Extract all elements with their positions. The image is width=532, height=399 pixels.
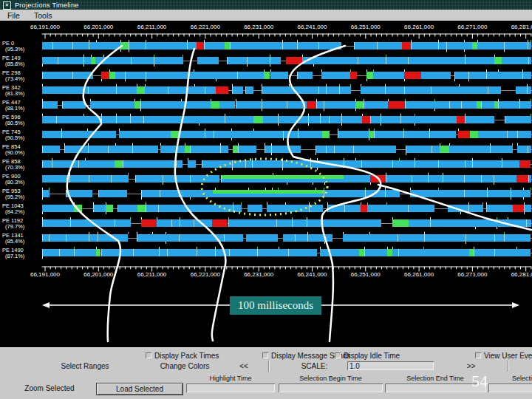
highlight-time-input[interactable] — [186, 383, 275, 392]
pack-times-checkbox[interactable] — [146, 352, 151, 358]
event-tick — [313, 64, 314, 66]
load-selected-button[interactable]: Load Selected — [96, 383, 183, 395]
timeline-segment — [490, 146, 513, 153]
pe-utilization: (87.1%) — [5, 253, 24, 259]
timeline-segment — [408, 205, 434, 212]
row-track[interactable] — [42, 57, 532, 64]
row-track[interactable] — [42, 131, 532, 138]
scale-input[interactable] — [347, 361, 434, 370]
event-tick — [106, 202, 106, 205]
checkbox-display-pack-times[interactable]: Display Pack Times — [146, 351, 219, 360]
timeline-segment — [362, 116, 370, 123]
event-tick — [220, 143, 221, 146]
timeline-segment — [340, 190, 365, 197]
timeline-segment — [130, 116, 144, 123]
timeline-segment — [146, 205, 160, 212]
event-tick — [504, 50, 505, 52]
timeline-segment — [253, 131, 284, 138]
idle-time-checkbox[interactable] — [335, 352, 341, 358]
timeline-segment — [322, 131, 330, 138]
event-tick — [428, 173, 429, 175]
row-track[interactable] — [42, 160, 532, 168]
arrowhead-icon — [42, 302, 50, 308]
timeline-segment — [524, 205, 531, 212]
selection-begin-input[interactable] — [279, 383, 383, 392]
timeline-segment — [212, 219, 228, 227]
timeline-segment — [116, 86, 137, 94]
event-tick — [270, 69, 271, 72]
scale-label: SCALE: — [294, 361, 335, 372]
timeline-segment — [114, 249, 133, 256]
row-track[interactable] — [42, 249, 532, 256]
event-tick — [140, 109, 141, 111]
timeline-segment — [202, 160, 233, 168]
row-track[interactable] — [42, 234, 532, 242]
event-tick — [103, 55, 104, 57]
timeline-segment — [247, 57, 270, 64]
timeline-segment — [449, 146, 474, 153]
timeline-canvas[interactable]: 100 milliseconds 66,191,00066,201,00066,… — [0, 21, 532, 347]
select-ranges-button[interactable]: Select Ranges — [30, 361, 140, 372]
row-track[interactable] — [42, 175, 532, 183]
row-track[interactable] — [42, 219, 532, 227]
timeline-segment — [309, 205, 323, 212]
timeline-segment — [341, 175, 371, 183]
event-tick — [324, 188, 324, 190]
row-track[interactable] — [42, 190, 532, 197]
message-sends-checkbox[interactable] — [262, 352, 268, 358]
timeline-segment — [457, 249, 469, 256]
timeline-segment — [324, 190, 341, 197]
row-track[interactable] — [42, 205, 532, 212]
scroll-left-button[interactable]: << — [222, 361, 266, 372]
event-tick — [233, 202, 233, 205]
timeline-segment — [129, 42, 146, 50]
event-tick — [472, 158, 473, 160]
event-tick — [145, 84, 146, 86]
change-colors-button[interactable]: Change Colors — [133, 361, 236, 372]
scroll-right-button[interactable]: >> — [451, 361, 491, 372]
timeline-segment — [287, 116, 308, 123]
row-track[interactable] — [42, 101, 532, 109]
timeline-segment — [123, 160, 146, 168]
selection-begin-label: Selection Begin Time — [279, 375, 383, 382]
user-events-checkbox[interactable] — [475, 352, 481, 358]
row-track[interactable] — [42, 116, 532, 123]
timeline-segment — [115, 219, 131, 227]
timeline-segment — [160, 42, 187, 50]
checkbox-view-user-events[interactable]: View User Events (1320 — [475, 351, 532, 360]
row-track[interactable] — [42, 86, 532, 94]
selection-length-input[interactable] — [488, 383, 532, 392]
timeline-segment — [386, 175, 412, 183]
event-tick — [381, 114, 381, 116]
event-tick — [317, 158, 318, 160]
timeline-segment — [404, 72, 421, 79]
event-tick — [232, 168, 233, 170]
event-tick — [466, 242, 466, 244]
row-track[interactable] — [42, 42, 532, 50]
timeline-segment — [364, 101, 389, 109]
bottom-axis-label: 66,191,000 — [23, 271, 67, 278]
zoom-selected-button[interactable]: Zoom Selected — [6, 383, 93, 394]
menu-item-file[interactable]: File — [4, 10, 23, 21]
timeline-segment — [42, 86, 60, 94]
row-track[interactable] — [42, 72, 532, 79]
event-tick — [128, 173, 129, 175]
timeline-segment — [354, 42, 378, 50]
timeline-segment — [313, 57, 335, 64]
timeline-segment — [224, 234, 243, 242]
event-tick — [326, 84, 327, 86]
event-tick — [257, 247, 258, 249]
timeline-segment — [87, 131, 116, 138]
timeline-segment — [361, 205, 366, 212]
timeline-segment — [308, 116, 321, 123]
event-tick — [517, 143, 518, 146]
event-tick — [440, 143, 440, 146]
row-track[interactable] — [42, 146, 532, 153]
timeline-segment — [166, 72, 194, 79]
timeline-segment — [171, 131, 180, 138]
timeline-segment — [270, 72, 289, 79]
checkbox-display-idle-time[interactable]: Display Idle Time — [335, 351, 400, 360]
event-tick — [247, 64, 248, 66]
menu-item-tools[interactable]: Tools — [31, 10, 55, 21]
control-panel: Display Pack Times Display Message Sends… — [0, 347, 532, 399]
